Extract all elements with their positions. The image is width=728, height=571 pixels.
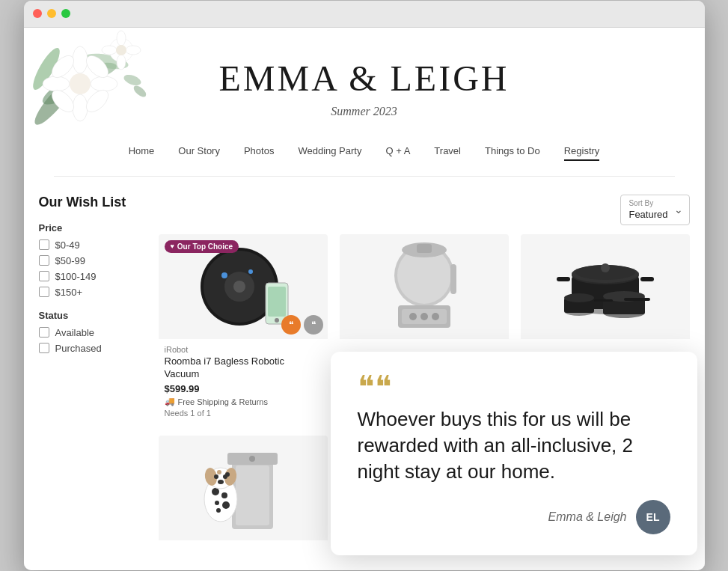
trash-can-image: [195, 439, 292, 537]
roomba-product-info: iRobot Roomba i7 Bagless Robotic Vacuum …: [159, 339, 328, 424]
top-choice-label: Our Top Choice: [177, 242, 233, 251]
svg-point-31: [275, 318, 279, 323]
roomba-price: $599.99: [165, 383, 322, 394]
testimonial-author-name: Emma & Leigh: [548, 510, 627, 524]
quote-icon-gray: ❝: [304, 315, 323, 335]
svg-point-28: [248, 269, 253, 274]
testimonial-author-row: Emma & Leigh EL: [358, 500, 670, 534]
shipping-icon: 🚚: [165, 397, 175, 406]
food-processor-image-container: [340, 234, 509, 339]
filter-checkbox-100-149[interactable]: [39, 271, 49, 281]
trash-can-product-info: [159, 540, 328, 555]
trash-can-image-container: [159, 436, 328, 540]
status-filter-label: Status: [39, 310, 147, 321]
couple-name-title: EMMA & LEIGH: [24, 58, 705, 99]
nav-registry[interactable]: Registry: [564, 145, 600, 161]
sort-value: Featured: [628, 209, 667, 220]
svg-point-27: [221, 272, 227, 278]
nav-qa[interactable]: Q + A: [385, 145, 410, 161]
svg-point-38: [409, 313, 417, 320]
svg-point-73: [218, 480, 224, 484]
navigation-bar: Home Our Story Photos Wedding Party Q + …: [54, 133, 675, 177]
svg-point-75: [225, 472, 230, 477]
roomba-shipping-text: Free Shipping & Returns: [178, 397, 268, 406]
subtitle: Summer 2023: [24, 105, 705, 118]
main-content: Our Wish List Price $0-49 $50-99 $100-14…: [24, 177, 705, 571]
svg-rect-35: [417, 244, 432, 253]
filter-option-50-99: $50-99: [39, 255, 147, 266]
filter-label-available: Available: [55, 327, 95, 338]
filter-checkbox-50-99[interactable]: [39, 255, 49, 266]
chevron-down-icon: ⌄: [674, 204, 683, 216]
svg-point-49: [601, 263, 610, 272]
browser-window: EMMA & LEIGH Summer 2023 Home Our Story …: [24, 1, 705, 571]
svg-rect-57: [594, 299, 613, 302]
filter-label-100-149: $100-149: [55, 271, 97, 282]
traffic-light-green[interactable]: [61, 9, 70, 18]
browser-toolbar: [24, 1, 705, 28]
filter-option-100-149: $100-149: [39, 271, 147, 282]
svg-rect-41: [450, 264, 456, 294]
roomba-image-container: ♥ Our Top Choice: [159, 234, 328, 339]
page-content: EMMA & LEIGH Summer 2023 Home Our Story …: [24, 28, 705, 571]
nav-photos[interactable]: Photos: [244, 145, 274, 161]
filter-option-purchased: Purchased: [39, 343, 147, 354]
filter-option-150-plus: $150+: [39, 287, 147, 298]
filter-checkbox-available[interactable]: [39, 327, 49, 338]
svg-point-56: [564, 293, 594, 302]
wish-list-title: Our Wish List: [39, 195, 147, 210]
quote-icons: ❝ ❝: [281, 315, 323, 335]
filter-label-0-49: $0-49: [55, 239, 80, 251]
svg-point-39: [420, 313, 428, 320]
filter-checkbox-0-49[interactable]: [39, 239, 49, 250]
svg-point-74: [217, 470, 221, 474]
nav-our-story[interactable]: Our Story: [178, 145, 220, 161]
sort-dropdown[interactable]: Sort By Featured ⌄: [620, 195, 689, 225]
svg-point-64: [221, 492, 227, 498]
top-choice-badge: ♥ Our Top Choice: [165, 240, 239, 253]
nav-things-to-do[interactable]: Things to Do: [485, 145, 540, 161]
sidebar: Our Wish List Price $0-49 $50-99 $100-14…: [39, 195, 159, 556]
filter-label-purchased: Purchased: [55, 343, 102, 354]
svg-point-67: [216, 508, 221, 513]
cookware-image-container: [521, 234, 690, 339]
product-card-trash-can[interactable]: [159, 436, 328, 555]
nav-wedding-party[interactable]: Wedding Party: [298, 145, 361, 161]
price-filter-section: Price $0-49 $50-99 $100-149: [39, 222, 147, 298]
nav-home[interactable]: Home: [129, 145, 155, 161]
quote-icon-orange: ❝: [281, 315, 301, 335]
svg-point-71: [214, 474, 218, 479]
svg-rect-59: [236, 465, 269, 525]
svg-rect-46: [640, 277, 654, 281]
svg-point-61: [249, 456, 255, 462]
svg-point-66: [222, 501, 230, 509]
svg-rect-45: [557, 277, 570, 281]
filter-checkbox-150-plus[interactable]: [39, 287, 49, 297]
testimonial-quote-mark: ❝❝: [358, 376, 670, 401]
filter-option-0-49: $0-49: [39, 239, 147, 251]
author-avatar: EL: [636, 500, 670, 534]
roomba-name: Roomba i7 Bagless Robotic Vacuum: [165, 355, 322, 381]
traffic-light-red[interactable]: [33, 9, 42, 18]
product-card-roomba[interactable]: ♥ Our Top Choice: [159, 234, 328, 424]
roomba-brand: iRobot: [165, 345, 322, 354]
roomba-shipping: 🚚 Free Shipping & Returns: [165, 397, 322, 406]
products-header: Sort By Featured ⌄: [159, 195, 690, 225]
svg-rect-30: [268, 287, 286, 317]
svg-point-26: [233, 281, 245, 293]
testimonial-popup: ❝❝ Whoever buys this for us will be rewa…: [331, 352, 697, 556]
traffic-light-yellow[interactable]: [47, 9, 56, 18]
testimonial-text: Whoever buys this for us will be rewarde…: [358, 406, 670, 485]
nav-travel[interactable]: Travel: [434, 145, 461, 161]
cookware-image: [553, 238, 658, 335]
roomba-needs: Needs 1 of 1: [165, 409, 322, 418]
status-filter-section: Status Available Purchased: [39, 310, 147, 354]
food-processor-image: [376, 238, 473, 335]
heart-icon: ♥: [171, 242, 174, 250]
svg-point-63: [212, 488, 219, 495]
svg-point-40: [432, 313, 439, 320]
sort-by-label: Sort By: [628, 199, 667, 207]
products-area: Sort By Featured ⌄ ♥ Our Top Choice: [159, 195, 690, 556]
filter-label-150-plus: $150+: [55, 287, 83, 298]
filter-checkbox-purchased[interactable]: [39, 343, 49, 353]
